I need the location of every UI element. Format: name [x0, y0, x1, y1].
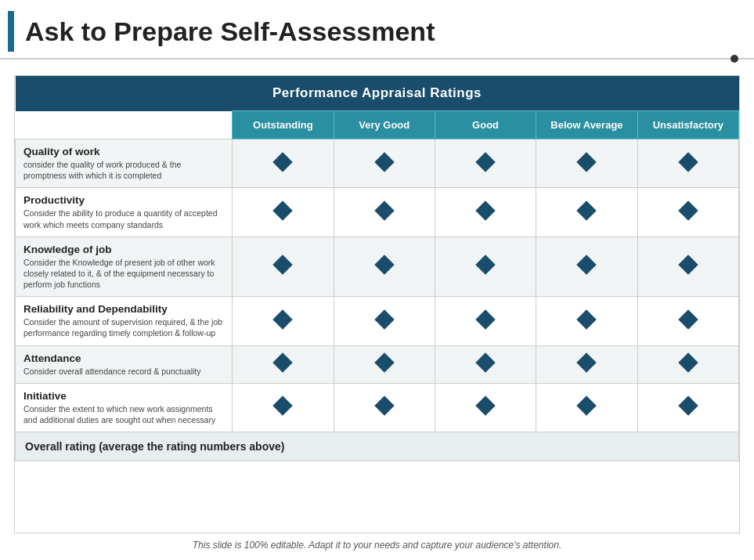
- row-desc: Consider the ability to produce a quanti…: [23, 208, 224, 229]
- rating-cell: [637, 139, 738, 188]
- diamond-icon: [475, 352, 495, 372]
- title-accent: [8, 11, 14, 52]
- row-label-cell: Reliability and DependabilityConsider th…: [16, 297, 233, 345]
- rating-cell: [334, 297, 435, 345]
- diamond-icon: [577, 309, 597, 329]
- row-label-cell: ProductivityConsider the ability to prod…: [16, 188, 233, 237]
- row-title: Productivity: [23, 194, 224, 206]
- row-label-cell: AttendanceConsider overall attendance re…: [16, 345, 233, 383]
- diamond-icon: [678, 152, 698, 172]
- row-title: Initiative: [23, 390, 224, 402]
- diamond-icon: [577, 396, 597, 416]
- table-row: InitiativeConsider the extent to which n…: [16, 383, 739, 432]
- diamond-icon: [678, 352, 698, 372]
- table-row: Knowledge of jobConsider the Knowledge o…: [16, 237, 739, 297]
- diamond-icon: [374, 255, 394, 275]
- row-desc: Consider overall attendance record & pun…: [23, 366, 224, 377]
- rating-cell: [536, 297, 637, 345]
- rating-cell: [536, 345, 637, 383]
- rating-cell: [435, 345, 536, 383]
- rating-cell: [233, 383, 334, 432]
- col-very-good: Very Good: [334, 111, 435, 139]
- column-header-row: Outstanding Very Good Good Below Average…: [16, 111, 739, 139]
- table-row: Quality of workconsider the quality of w…: [16, 139, 739, 188]
- label-col-header: [16, 111, 233, 139]
- diamond-icon: [273, 352, 293, 372]
- main-header-row: Performance Appraisal Ratings: [16, 76, 739, 111]
- diamond-icon: [273, 152, 293, 172]
- rating-cell: [637, 237, 738, 297]
- diamond-icon: [577, 152, 597, 172]
- diamond-icon: [678, 255, 698, 275]
- rating-cell: [536, 139, 637, 188]
- table-row: AttendanceConsider overall attendance re…: [16, 345, 739, 383]
- diamond-icon: [678, 309, 698, 329]
- rating-cell: [435, 383, 536, 432]
- row-desc: Consider the amount of supervision requi…: [23, 316, 224, 338]
- rating-cell: [637, 345, 738, 383]
- diamond-icon: [374, 152, 394, 172]
- col-below-average: Below Average: [536, 111, 637, 139]
- diamond-icon: [577, 255, 597, 275]
- col-unsatisfactory: Unsatisfactory: [637, 111, 738, 139]
- diamond-icon: [273, 201, 293, 220]
- page-title: Ask to Prepare Self-Assessment: [25, 16, 435, 47]
- row-title: Attendance: [23, 352, 224, 364]
- row-label-cell: Knowledge of jobConsider the Knowledge o…: [16, 237, 233, 297]
- row-desc: Consider the extent to which new work as…: [23, 403, 224, 425]
- diamond-icon: [374, 309, 394, 329]
- rating-cell: [536, 383, 637, 432]
- rating-cell: [536, 188, 637, 237]
- table-row: ProductivityConsider the ability to prod…: [16, 188, 739, 237]
- col-outstanding: Outstanding: [233, 111, 334, 139]
- page: Ask to Prepare Self-Assessment Performan…: [0, 0, 754, 560]
- dot-decoration: [731, 55, 738, 63]
- row-label-cell: Quality of workconsider the quality of w…: [16, 139, 233, 188]
- rating-cell: [233, 297, 334, 345]
- content-area: Performance Appraisal Ratings Outstandin…: [0, 63, 754, 560]
- rating-cell: [334, 345, 435, 383]
- diamond-icon: [475, 309, 495, 329]
- overall-rating-row: Overall rating (average the rating numbe…: [16, 432, 739, 461]
- diamond-icon: [678, 201, 698, 220]
- rating-cell: [435, 188, 536, 237]
- rating-cell: [435, 297, 536, 345]
- diamond-icon: [374, 396, 394, 416]
- diamond-icon: [475, 152, 495, 172]
- rating-cell: [637, 188, 738, 237]
- diamond-icon: [475, 396, 495, 416]
- rating-cell: [233, 237, 334, 297]
- rating-cell: [536, 237, 637, 297]
- rating-cell: [334, 383, 435, 432]
- rating-cell: [233, 188, 334, 237]
- diamond-icon: [577, 352, 597, 372]
- row-title: Knowledge of job: [23, 244, 224, 255]
- title-bar: Ask to Prepare Self-Assessment: [0, 0, 754, 60]
- col-good: Good: [435, 111, 536, 139]
- diamond-icon: [577, 201, 597, 220]
- diamond-icon: [374, 201, 394, 220]
- table-row: Reliability and DependabilityConsider th…: [16, 297, 739, 345]
- footer-note: This slide is 100% editable. Adapt it to…: [14, 533, 740, 554]
- diamond-icon: [678, 396, 698, 416]
- overall-label-cell: Overall rating (average the rating numbe…: [16, 432, 739, 461]
- rating-cell: [233, 139, 334, 188]
- diamond-icon: [374, 352, 394, 372]
- rating-cell: [334, 237, 435, 297]
- diamond-icon: [273, 309, 293, 329]
- diamond-icon: [273, 255, 293, 275]
- rating-cell: [435, 139, 536, 188]
- rating-cell: [435, 237, 536, 297]
- row-desc: consider the quality of work produced & …: [23, 159, 224, 181]
- row-title: Quality of work: [23, 146, 224, 157]
- appraisal-table: Performance Appraisal Ratings Outstandin…: [15, 76, 739, 461]
- diamond-icon: [475, 201, 495, 220]
- rating-cell: [637, 297, 738, 345]
- rating-cell: [637, 383, 738, 432]
- rating-cell: [334, 139, 435, 188]
- diamond-icon: [475, 255, 495, 275]
- diamond-icon: [273, 396, 293, 416]
- row-title: Reliability and Dependability: [23, 303, 224, 315]
- main-header-cell: Performance Appraisal Ratings: [16, 76, 739, 111]
- row-label-cell: InitiativeConsider the extent to which n…: [16, 383, 233, 432]
